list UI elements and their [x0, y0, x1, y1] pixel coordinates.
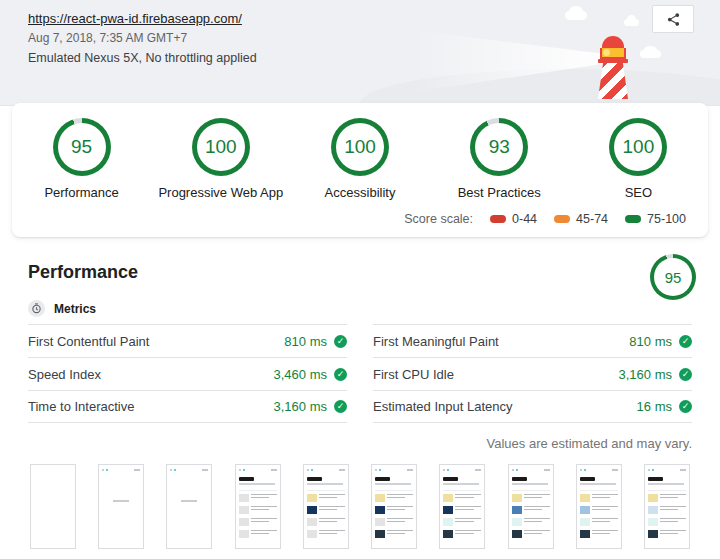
metric-row-first-meaningful-paint: First Meaningful Paint 810 ms✓ [373, 324, 692, 357]
lighthouse-tower [598, 63, 628, 99]
pass-range-label: 75-100 [647, 212, 686, 226]
accessibility-score-label: Accessibility [325, 185, 396, 200]
pass-check-icon: ✓ [334, 368, 347, 381]
metric-name: First Contentful Paint [28, 334, 149, 349]
score-summary-card: 95 Performance 100 Progressive Web App 1… [12, 103, 708, 237]
metric-row-first-contentful-paint: First Contentful Paint 810 ms✓ [28, 324, 347, 357]
score-gauges-row: 95 Performance 100 Progressive Web App 1… [12, 103, 708, 200]
pass-check-icon: ✓ [679, 368, 692, 381]
fail-range-label: 0-44 [512, 212, 537, 226]
seo-score-label: SEO [625, 185, 652, 200]
metric-name: First Meaningful Paint [373, 334, 499, 349]
performance-section-gauge: 95 [650, 254, 696, 300]
pass-range-pill [625, 215, 641, 223]
filmstrip-frame-page [644, 464, 690, 549]
best-practices-score-value: 93 [489, 136, 510, 158]
metric-name: Speed Index [28, 367, 101, 382]
score-item-seo[interactable]: 100 SEO [569, 118, 708, 200]
performance-score-gauge: 95 [53, 118, 111, 176]
metrics-label: Metrics [54, 302, 96, 316]
cloud-icon [624, 19, 639, 26]
score-item-best-practices[interactable]: 93 Best Practices [430, 118, 569, 200]
accessibility-score-value: 100 [344, 136, 376, 158]
share-icon [666, 12, 681, 27]
metric-value: 16 ms [637, 399, 672, 414]
pass-check-icon: ✓ [334, 335, 347, 348]
lighthouse-dome [602, 36, 624, 48]
metric-name: Time to Interactive [28, 399, 134, 414]
metrics-header[interactable]: Metrics [28, 300, 692, 317]
accessibility-score-gauge: 100 [331, 118, 389, 176]
seo-score-gauge: 100 [609, 118, 667, 176]
best-practices-score-label: Best Practices [458, 185, 541, 200]
scale-range-fail: 0-44 [490, 212, 537, 226]
metric-value: 3,160 ms [619, 367, 672, 382]
average-range-pill [554, 215, 570, 223]
score-scale-label: Score scale: [404, 212, 473, 226]
performance-section-title: Performance [28, 262, 692, 283]
filmstrip-frame-loading [166, 464, 212, 549]
metric-value: 810 ms [284, 334, 327, 349]
metric-value: 3,160 ms [274, 399, 327, 414]
performance-score-value: 95 [71, 136, 92, 158]
pwa-score-gauge: 100 [192, 118, 250, 176]
pass-check-icon: ✓ [679, 400, 692, 413]
pass-check-icon: ✓ [334, 400, 347, 413]
metrics-table: First Contentful Paint 810 ms✓ Speed Ind… [28, 324, 692, 423]
stopwatch-icon [28, 300, 45, 317]
report-header-banner: https://react-pwa-id.firebaseapp.com/ Au… [0, 0, 720, 106]
metric-row-estimated-input-latency: Estimated Input Latency 16 ms✓ [373, 390, 692, 423]
metric-value: 3,460 ms [274, 367, 327, 382]
pwa-score-value: 100 [205, 136, 237, 158]
average-range-label: 45-74 [576, 212, 608, 226]
score-scale-legend: Score scale: 0-44 45-74 75-100 [404, 212, 686, 226]
lighthouse-ledge [598, 59, 628, 63]
metric-name: Estimated Input Latency [373, 399, 512, 414]
metric-value: 810 ms [629, 334, 672, 349]
cloud-icon [640, 50, 661, 58]
filmstrip [30, 464, 690, 549]
performance-score-label: Performance [44, 185, 118, 200]
filmstrip-frame-page [371, 464, 417, 549]
report-url-link[interactable]: https://react-pwa-id.firebaseapp.com/ [28, 11, 242, 26]
filmstrip-frame-blank [30, 464, 76, 549]
scale-range-average: 45-74 [554, 212, 608, 226]
score-item-pwa[interactable]: 100 Progressive Web App [151, 118, 290, 200]
metric-row-first-cpu-idle: First CPU Idle 3,160 ms✓ [373, 357, 692, 390]
lighthouse-icon [598, 36, 628, 99]
filmstrip-frame-page [576, 464, 622, 549]
lighthouse-lamp [600, 48, 626, 59]
metric-row-time-to-interactive: Time to Interactive 3,160 ms✓ [28, 390, 347, 423]
performance-section-score: 95 [665, 269, 682, 286]
cloud-icon [565, 11, 587, 20]
filmstrip-frame-page [235, 464, 281, 549]
scale-range-pass: 75-100 [625, 212, 686, 226]
estimate-disclaimer: Values are estimated and may vary. [28, 436, 692, 451]
report-meta: https://react-pwa-id.firebaseapp.com/ Au… [28, 9, 257, 65]
share-button[interactable] [652, 5, 694, 33]
filmstrip-frame-page [439, 464, 485, 549]
score-item-performance[interactable]: 95 Performance [12, 118, 151, 200]
report-device-info: Emulated Nexus 5X, No throttling applied [28, 51, 257, 65]
pwa-score-label: Progressive Web App [158, 185, 283, 200]
metric-name: First CPU Idle [373, 367, 454, 382]
best-practices-score-gauge: 93 [470, 118, 528, 176]
pass-check-icon: ✓ [679, 335, 692, 348]
score-item-accessibility[interactable]: 100 Accessibility [290, 118, 429, 200]
filmstrip-frame-page [303, 464, 349, 549]
seo-score-value: 100 [623, 136, 655, 158]
filmstrip-frame-page [508, 464, 554, 549]
metric-row-speed-index: Speed Index 3,460 ms✓ [28, 357, 347, 390]
report-date: Aug 7, 2018, 7:35 AM GMT+7 [28, 31, 257, 45]
filmstrip-frame-loading [98, 464, 144, 549]
fail-range-pill [490, 215, 506, 223]
performance-section: Performance 95 Metrics First Contentful … [0, 262, 720, 549]
